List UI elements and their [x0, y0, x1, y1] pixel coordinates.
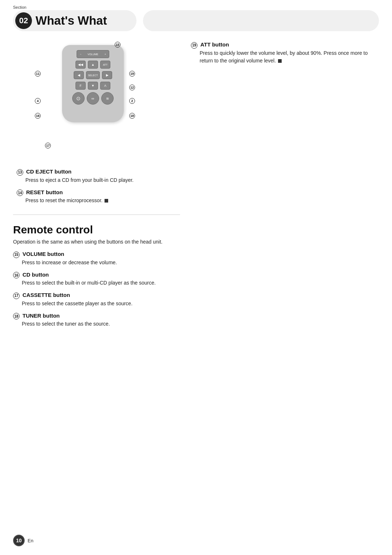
section-13-heading: 13 CD EJECT button	[17, 168, 180, 176]
a-button: A	[100, 82, 110, 90]
up-button: ▲	[88, 61, 98, 69]
rc-18-heading: 18 TUNER button	[13, 313, 180, 320]
rc-section-18: 18 TUNER button Press to select the tune…	[13, 313, 180, 328]
rc-19-body: Press to quickly lower the volume level,…	[191, 49, 379, 65]
num-rc-19: 19	[191, 42, 197, 49]
callout-15: 15	[115, 41, 121, 48]
section-14-title: RESET button	[26, 189, 63, 195]
rc-section-17: 17 CASSETTE button Press to select the c…	[13, 292, 180, 307]
num-14: 14	[17, 189, 23, 196]
num-13: 13	[17, 169, 23, 176]
rc-19-text: Press to quickly lower the volume level,…	[200, 50, 368, 64]
divider	[13, 215, 180, 215]
remote-body: − VOLUME + ◀◀ ▲ ATT	[62, 45, 124, 122]
rc-17-title: CASSETTE button	[23, 292, 70, 298]
num-rc-15: 15	[13, 252, 20, 258]
page: Section 02 What's What −	[0, 0, 392, 555]
volume-label: VOLUME	[87, 53, 98, 56]
volume-minus: −	[80, 53, 81, 56]
rc-16-body: Press to select the built-in or multi-CD…	[13, 279, 180, 287]
callout-16: 16	[35, 113, 41, 119]
callout-2: 2	[129, 98, 136, 104]
main-content: − VOLUME + ◀◀ ▲ ATT	[0, 31, 392, 329]
rc-16-heading: 16 CD button	[13, 272, 180, 279]
rc-section-16: 16 CD button Press to select the built-i…	[13, 272, 180, 287]
rc-17-body: Press to select the cassette player as t…	[13, 300, 180, 307]
down-button: ▼	[88, 82, 98, 90]
rc-19-heading: 19 ATT button	[191, 41, 379, 49]
section-13: 13 CD EJECT button Press to eject a CD f…	[17, 168, 180, 184]
num-rc-17: 17	[13, 293, 20, 299]
header-right-box	[143, 10, 379, 31]
cassette-button-remote: ∞	[87, 92, 99, 105]
section-number-badge: 02	[15, 12, 32, 29]
num-rc-16: 16	[13, 272, 20, 278]
stop-icon-19	[278, 59, 282, 63]
footer: 10 En	[13, 535, 33, 546]
remote-control-section: Remote control Operation is the same as …	[13, 224, 180, 328]
rc-19-title: ATT button	[200, 41, 229, 48]
cd-button-remote: ⊙	[72, 92, 85, 105]
callout-4: 4	[35, 98, 41, 104]
rc-15-title: VOLUME button	[23, 251, 64, 257]
section-14: 14 RESET button Press to reset the micro…	[17, 189, 180, 205]
f-button: F	[75, 82, 86, 90]
section-label: Section	[13, 5, 379, 9]
left-sections: 13 CD EJECT button Press to eject a CD f…	[13, 168, 180, 204]
rc-15-body: Press to increase or decrease the volume…	[13, 259, 180, 266]
right-column: 19 ATT button Press to quickly lower the…	[191, 38, 379, 329]
prev-button: ◀	[74, 71, 84, 79]
remote-control-intro: Operation is the same as when using the …	[13, 238, 180, 246]
att-button: ATT	[100, 61, 110, 69]
section-13-body: Press to eject a CD from your built-in C…	[17, 176, 180, 184]
callout-11: 11	[35, 70, 41, 77]
callout-17: 17	[45, 142, 52, 148]
callout-19: 19	[129, 70, 136, 77]
remote-diagram: − VOLUME + ◀◀ ▲ ATT	[28, 41, 166, 165]
stop-icon-14	[105, 199, 108, 203]
footer-lang: En	[28, 538, 33, 543]
callout-12: 12	[129, 84, 136, 90]
section-14-heading: 14 RESET button	[17, 189, 180, 196]
section-14-text: Press to reset the microprocessor.	[25, 197, 102, 203]
volume-plus: +	[105, 53, 106, 56]
remote-control-title: Remote control	[13, 224, 180, 236]
rc-15-heading: 15 VOLUME button	[13, 251, 180, 258]
rc-18-body: Press to select the tuner as the source.	[13, 320, 180, 328]
tuner-button-remote: ≋	[101, 92, 114, 105]
rc-18-title: TUNER button	[23, 313, 60, 319]
select-button: SELECT	[86, 71, 100, 79]
rc-section-19: 19 ATT button Press to quickly lower the…	[191, 41, 379, 65]
page-title: What's What	[36, 14, 107, 28]
callout-18: 18	[129, 113, 136, 119]
left-column: − VOLUME + ◀◀ ▲ ATT	[13, 38, 180, 329]
back-button: ◀◀	[75, 61, 86, 69]
page-number: 10	[13, 535, 25, 546]
next-button: ▶	[102, 71, 112, 79]
rc-17-heading: 17 CASSETTE button	[13, 292, 180, 299]
rc-16-title: CD button	[23, 272, 49, 278]
num-rc-18: 18	[13, 313, 20, 319]
rc-section-15: 15 VOLUME button Press to increase or de…	[13, 251, 180, 266]
section-14-body: Press to reset the microprocessor.	[17, 197, 180, 204]
section-13-title: CD EJECT button	[26, 168, 72, 175]
volume-button: − VOLUME +	[77, 50, 109, 58]
